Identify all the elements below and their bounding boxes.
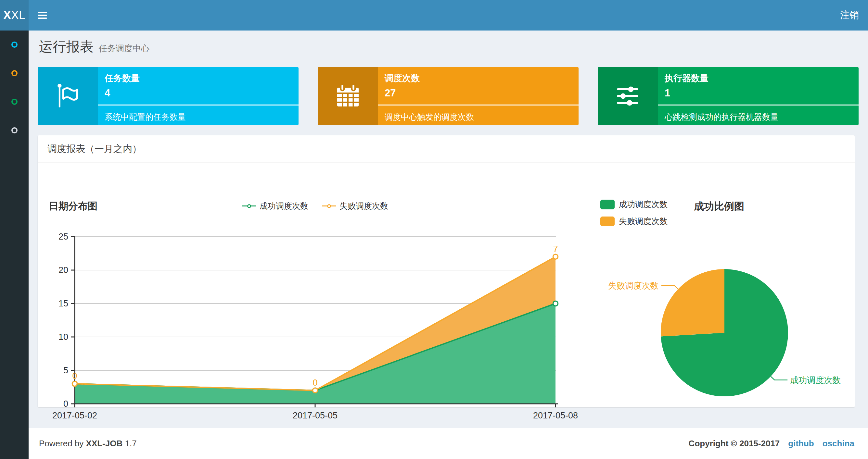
oschina-link[interactable]: oschina (823, 438, 855, 449)
brand-name: XXL-JOB (86, 438, 123, 448)
card-desc: 调度中心触发的调度次数 (384, 112, 579, 122)
svg-text:2017-05-02: 2017-05-02 (52, 411, 97, 420)
card-separator (658, 104, 859, 105)
page-subtitle: 任务调度中心 (99, 43, 149, 54)
svg-text:0: 0 (63, 399, 68, 409)
card-title: 任务数量 (104, 72, 299, 84)
panel-header: 调度报表（一月之内） (38, 135, 855, 163)
svg-text:2017-05-08: 2017-05-08 (533, 411, 578, 420)
sliders-icon (598, 67, 658, 125)
stat-card-triggers: 调度次数27调度中心触发的调度次数 (318, 67, 579, 125)
card-desc: 系统中配置的任务数量 (104, 112, 299, 122)
svg-text:10: 10 (59, 332, 68, 342)
top-navbar: XXL 注销 (0, 0, 868, 31)
line-chart-legend: 成功调度次数失败调度次数 (45, 201, 585, 211)
svg-text:20: 20 (59, 265, 68, 275)
success-ratio-chart: 成功调度次数失败调度次数 (585, 235, 851, 430)
copyright-text: Copyright © 2015-2017 (689, 438, 780, 449)
pie-slice-label-success: 成功调度次数 (790, 375, 841, 385)
sidebar-item-3[interactable] (0, 96, 29, 107)
calendar-icon (318, 67, 378, 125)
legend-item-fail[interactable]: 失败调度次数 (322, 201, 388, 211)
github-link[interactable]: github (788, 438, 814, 449)
copyright-area: Copyright © 2015-2017 github oschina (689, 438, 855, 449)
menu-icon (38, 12, 47, 13)
pie-slice-fail (661, 269, 724, 336)
card-body: 执行器数量1心跳检测成功的执行器机器数量 (658, 67, 859, 125)
page-heading: 运行报表 任务调度中心 (39, 38, 149, 56)
card-value: 1 (664, 87, 859, 99)
card-value: 4 (104, 87, 299, 99)
brand-version: 1.7 (125, 438, 136, 448)
pie-legend-swatch (600, 217, 615, 226)
pie-slice-label-fail: 失败调度次数 (608, 281, 659, 291)
stat-card-jobs: 任务数量4系统中配置的任务数量 (38, 67, 299, 125)
circle-icon (11, 70, 18, 76)
pie-legend-item-success[interactable]: 成功调度次数 (600, 199, 668, 210)
svg-text:5: 5 (63, 365, 68, 375)
sidebar-item-4[interactable] (0, 125, 29, 136)
panel-title: 调度报表（一月之内） (48, 142, 142, 156)
fail-point-label: 0 (72, 371, 77, 381)
powered-by: Powered by XXL-JOB 1.7 (39, 438, 137, 449)
sidebar-item-1[interactable] (0, 39, 29, 50)
card-body: 任务数量4系统中配置的任务数量 (98, 67, 299, 125)
logo-bold: X (3, 8, 11, 22)
line-legend-marker (242, 203, 256, 209)
page-title: 运行报表 (39, 38, 94, 56)
legend-label: 失败调度次数 (339, 201, 388, 211)
pie-chart-legend: 成功调度次数失败调度次数 (600, 199, 668, 227)
circle-icon (11, 99, 18, 105)
card-separator (98, 104, 299, 105)
app-logo[interactable]: XXL (0, 0, 29, 31)
svg-text:2017-05-05: 2017-05-05 (293, 411, 338, 420)
svg-text:15: 15 (59, 299, 68, 308)
date-distribution-chart: 05101520252017-05-022017-05-052017-05-08… (45, 229, 585, 430)
svg-text:25: 25 (59, 232, 68, 241)
circle-icon (11, 127, 18, 133)
card-title: 执行器数量 (664, 72, 859, 84)
stat-cards: 任务数量4系统中配置的任务数量调度次数27调度中心触发的调度次数执行器数量1心跳… (38, 67, 859, 125)
pie-legend-swatch (600, 200, 615, 209)
report-panel: 调度报表（一月之内） 日期分布图 成功调度次数失败调度次数 0510152025… (38, 135, 855, 407)
stat-card-executors: 执行器数量1心跳检测成功的执行器机器数量 (598, 67, 859, 125)
sidebar-item-2[interactable] (0, 67, 29, 78)
line-legend-marker (322, 203, 336, 209)
footer: Powered by XXL-JOB 1.7 Copyright © 2015-… (29, 428, 868, 459)
logo-rest: XL (11, 8, 25, 22)
card-separator (378, 104, 579, 105)
dashboard-root: XXL 注销 运行报表 任务调度中心 任务数量4系统中配置的任务数量调度次数27… (0, 0, 868, 459)
flag-icon (38, 67, 98, 125)
card-value: 27 (384, 87, 579, 99)
sidebar-toggle-button[interactable] (32, 0, 52, 31)
fail-point-label: 7 (553, 244, 558, 254)
card-title: 调度次数 (384, 72, 579, 84)
legend-item-success[interactable]: 成功调度次数 (242, 201, 308, 211)
fail-point-label: 0 (312, 378, 317, 388)
card-body: 调度次数27调度中心触发的调度次数 (378, 67, 579, 125)
card-desc: 心跳检测成功的执行器机器数量 (664, 112, 859, 122)
legend-label: 失败调度次数 (619, 216, 668, 227)
panel-body: 日期分布图 成功调度次数失败调度次数 05101520252017-05-022… (38, 163, 855, 407)
legend-label: 成功调度次数 (619, 199, 668, 210)
pie-legend-item-fail[interactable]: 失败调度次数 (600, 216, 668, 227)
circle-icon (11, 41, 18, 48)
sidebar-menu (0, 31, 29, 459)
legend-label: 成功调度次数 (259, 201, 308, 211)
logout-link[interactable]: 注销 (831, 0, 868, 31)
pie-chart-title: 成功比例图 (694, 200, 744, 213)
